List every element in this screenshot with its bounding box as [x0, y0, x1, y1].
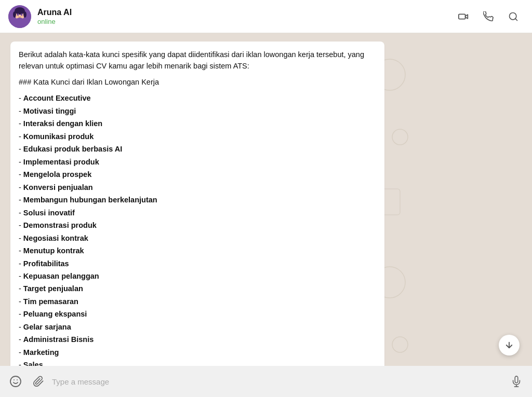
list-item: - Marketing	[19, 346, 376, 359]
list-item: - Gelar sarjana	[19, 321, 376, 333]
list-item: - Membangun hubungan berkelanjutan	[19, 194, 376, 206]
search-button[interactable]	[503, 6, 524, 27]
header-info: Aruna AI online	[37, 7, 453, 25]
contact-name: Aruna AI	[37, 7, 453, 17]
contact-status: online	[37, 18, 453, 25]
list-item: - Edukasi produk berbasis AI	[19, 143, 376, 155]
list-item: - Menutup kontrak	[19, 244, 376, 257]
svg-point-7	[21, 13, 23, 16]
chat-area: Berikut adalah kata-kata kunci spesifik …	[0, 33, 532, 366]
svg-point-6	[17, 13, 19, 16]
svg-point-3	[15, 7, 25, 15]
message-bubble: Berikut adalah kata-kata kunci spesifik …	[10, 42, 384, 366]
message-input[interactable]	[52, 375, 503, 388]
keywords-list: - Account Executive- Motivasi tinggi- In…	[19, 92, 376, 366]
list-item: - Implementasi produk	[19, 156, 376, 168]
phone-call-button[interactable]	[478, 6, 499, 27]
list-item: - Solusi inovatif	[19, 207, 376, 219]
list-item: - Interaksi dengan klien	[19, 117, 376, 130]
svg-point-10	[16, 15, 18, 16]
list-item: - Konversi penjualan	[19, 181, 376, 194]
svg-point-4	[13, 11, 16, 18]
list-item: - Account Executive	[19, 92, 376, 104]
list-item: - Peluang ekspansi	[19, 308, 376, 320]
chat-content: Berikut adalah kata-kata kunci spesifik …	[0, 33, 532, 366]
svg-point-9	[22, 13, 22, 14]
mic-button[interactable]	[507, 372, 526, 391]
list-item: - Mengelola prospek	[19, 168, 376, 181]
list-item: - Kepuasan pelanggan	[19, 270, 376, 282]
input-bar	[0, 366, 532, 397]
chat-header: Aruna AI online	[0, 0, 532, 33]
list-item: - Sales	[19, 359, 376, 366]
list-item: - Target penjualan	[19, 282, 376, 295]
emoji-button[interactable]	[6, 372, 25, 391]
svg-point-20	[10, 376, 21, 387]
list-item: - Negosiasi kontrak	[19, 232, 376, 244]
scroll-down-button[interactable]	[499, 335, 520, 355]
list-item: - Demonstrasi produk	[19, 219, 376, 231]
list-item: - Profitabilitas	[19, 257, 376, 270]
svg-point-8	[18, 13, 19, 14]
message-intro: Berikut adalah kata-kata kunci spesifik …	[19, 49, 376, 72]
list-item: - Tim pemasaran	[19, 295, 376, 308]
video-call-button[interactable]	[453, 6, 474, 27]
list-item: - Komunikasi produk	[19, 130, 376, 143]
message-section-title: ### Kata Kunci dari Iklan Lowongan Kerja	[19, 76, 376, 88]
avatar	[8, 5, 31, 28]
svg-point-11	[22, 15, 24, 16]
list-item: - Administrasi Bisnis	[19, 333, 376, 346]
svg-point-5	[23, 11, 26, 18]
attach-button[interactable]	[29, 372, 48, 391]
header-actions	[453, 6, 524, 27]
svg-rect-12	[459, 14, 466, 19]
list-item: - Motivasi tinggi	[19, 105, 376, 117]
